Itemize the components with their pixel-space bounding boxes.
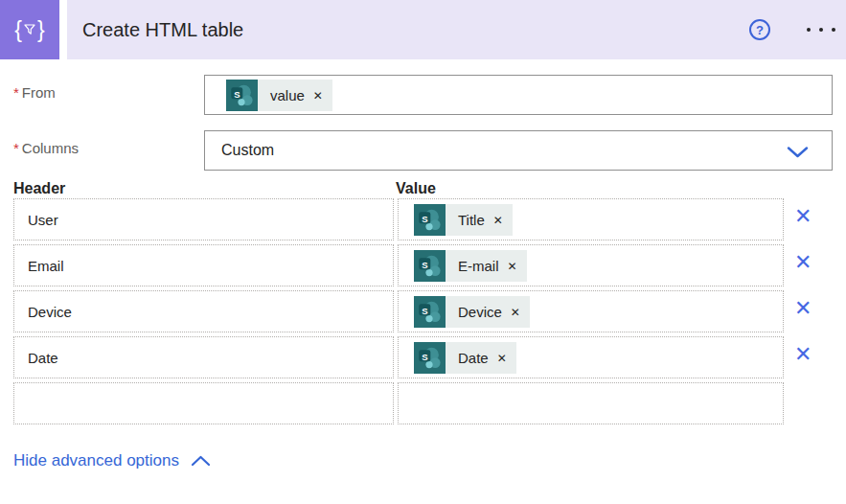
action-title: Create HTML table <box>82 19 243 41</box>
value-cell-input[interactable]: S Device ✕ <box>398 290 784 332</box>
header-cell-text: User <box>28 212 58 228</box>
header-cell-input[interactable]: Device <box>13 290 394 332</box>
header-cell-text: Device <box>28 304 72 320</box>
delete-row-button[interactable]: ✕ <box>794 206 812 227</box>
value-cell-input[interactable] <box>398 382 784 424</box>
filter-icon <box>23 23 36 36</box>
data-operation-icon: { } <box>0 0 59 59</box>
create-html-table-card: { } Create HTML table ? *From S value ✕ <box>0 0 846 504</box>
table-row: Date S Date ✕ ✕ <box>0 336 846 378</box>
dynamic-content-token[interactable]: S Date ✕ <box>414 342 516 374</box>
hide-advanced-options-link[interactable]: Hide advanced options <box>13 451 211 470</box>
dynamic-content-token[interactable]: S Title ✕ <box>414 204 513 236</box>
token-label: Date <box>458 350 489 366</box>
remove-token-icon[interactable]: ✕ <box>497 351 507 364</box>
rows-container: User S Title ✕ ✕ Email S E-mail ✕ <box>0 198 846 428</box>
sharepoint-icon: S <box>414 204 446 236</box>
table-row: User S Title ✕ ✕ <box>0 198 846 241</box>
delete-row-button[interactable]: ✕ <box>794 298 812 319</box>
header-column-title: Header <box>13 180 65 197</box>
token-label: value <box>270 87 305 103</box>
columns-label: *Columns <box>13 140 79 156</box>
chevron-down-icon <box>787 147 809 158</box>
from-label: *From <box>13 84 56 101</box>
svg-text:S: S <box>422 351 427 361</box>
help-icon[interactable]: ? <box>749 19 770 40</box>
value-cell-input[interactable]: S Title ✕ <box>398 198 784 241</box>
required-marker: * <box>13 84 19 101</box>
value-cell-input[interactable]: S Date ✕ <box>398 336 784 378</box>
svg-text:S: S <box>422 259 427 269</box>
table-row: Email S E-mail ✕ ✕ <box>0 244 846 286</box>
required-marker: * <box>13 140 19 156</box>
sharepoint-icon: S <box>414 342 446 374</box>
delete-row-button[interactable]: ✕ <box>794 252 812 273</box>
table-row <box>0 382 846 424</box>
remove-token-icon[interactable]: ✕ <box>313 88 323 102</box>
remove-token-icon[interactable]: ✕ <box>511 305 520 318</box>
remove-token-icon[interactable]: ✕ <box>508 259 517 272</box>
action-title-bar[interactable]: Create HTML table ? <box>67 0 846 59</box>
remove-token-icon[interactable]: ✕ <box>493 213 503 226</box>
token-label: Device <box>458 304 502 320</box>
token-label: E-mail <box>458 258 499 274</box>
header-cell-input[interactable]: Date <box>13 336 394 378</box>
columns-dropdown[interactable]: Custom <box>204 130 833 171</box>
from-input[interactable]: S value ✕ <box>204 75 833 115</box>
sharepoint-icon: S <box>414 250 446 282</box>
header-cell-input[interactable]: Email <box>13 244 394 286</box>
svg-text:S: S <box>422 213 427 223</box>
delete-row-button[interactable]: ✕ <box>794 344 812 365</box>
header-cell-input[interactable]: User <box>13 198 394 241</box>
svg-text:S: S <box>234 88 240 99</box>
sharepoint-icon: S <box>414 296 446 328</box>
header-cell-input[interactable] <box>13 382 394 424</box>
dynamic-content-token[interactable]: S value ✕ <box>226 80 332 111</box>
dynamic-content-token[interactable]: S E-mail ✕ <box>414 250 527 282</box>
value-cell-input[interactable]: S E-mail ✕ <box>398 244 784 286</box>
chevron-up-icon <box>191 455 211 467</box>
token-label: Title <box>458 212 485 228</box>
header-cell-text: Email <box>28 258 64 274</box>
more-actions-icon[interactable] <box>801 21 841 38</box>
columns-selected-value: Custom <box>221 142 274 159</box>
value-column-title: Value <box>396 180 436 197</box>
header-cell-text: Date <box>28 350 58 366</box>
dynamic-content-token[interactable]: S Device ✕ <box>414 296 530 328</box>
svg-text:S: S <box>422 305 427 315</box>
table-row: Device S Device ✕ ✕ <box>0 290 846 332</box>
sharepoint-icon: S <box>226 80 258 111</box>
